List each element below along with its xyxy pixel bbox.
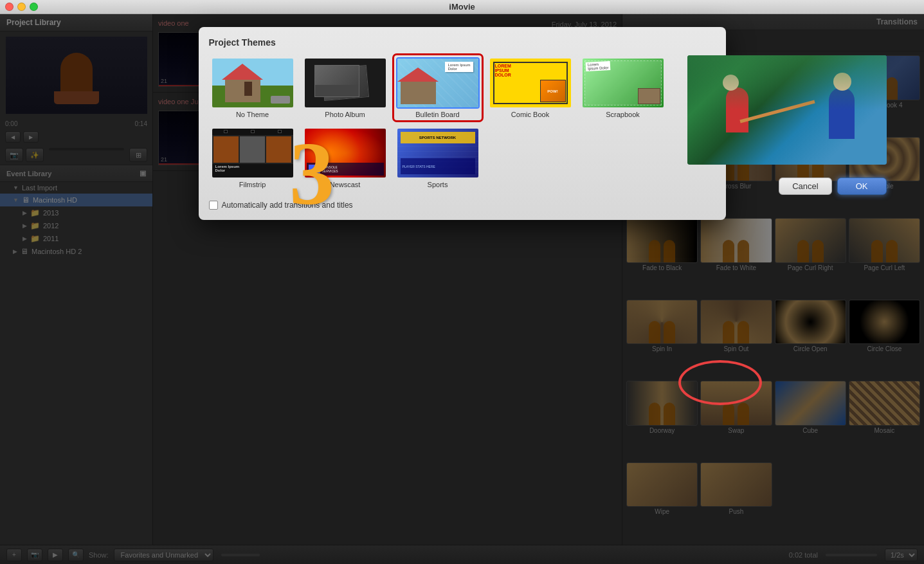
app-title: iMovie — [449, 2, 475, 12]
maximize-button[interactable] — [30, 3, 38, 11]
theme-comic-book[interactable]: LOREMIPSUMDOLOR POW! Comic Book — [487, 55, 574, 120]
comic-book-label: Comic Book — [511, 111, 549, 118]
theme-filmstrip[interactable]: Lorem IpsumDolor Filmstrip — [209, 125, 296, 190]
auto-transitions-row: Automatically add transitions and titles — [209, 201, 667, 210]
modal-right: Cancel OK — [687, 55, 887, 210]
photo-album-thumb: LoremIpsum — [303, 57, 387, 109]
filmstrip-thumb: Lorem IpsumDolor — [211, 127, 294, 179]
filmstrip-label: Filmstrip — [239, 181, 266, 188]
modal-left: No Theme LoremIpsum — [209, 55, 667, 210]
scrapbook-thumb: LoremIpsum Dolor — [581, 57, 665, 109]
no-theme-thumb — [211, 57, 294, 109]
close-button[interactable] — [5, 3, 14, 11]
modal-overlay: Project Themes — [0, 14, 924, 564]
bulletin-board-thumb: Lorem IpsumDolor — [396, 57, 480, 109]
modal-buttons: Cancel OK — [687, 177, 887, 195]
no-theme-label: No Theme — [236, 111, 269, 118]
theme-photo-album[interactable]: LoremIpsum Photo Album — [302, 55, 389, 120]
theme-sports[interactable]: SPORTS NETWORK PLAYER STATS HERE Sports — [394, 125, 482, 190]
modal-content: No Theme LoremIpsum — [209, 55, 716, 210]
ok-button[interactable]: OK — [837, 177, 887, 195]
modal-title: Project Themes — [209, 37, 716, 48]
newscast-thumb: CONSOLESERVICES — [303, 127, 387, 179]
sports-label: Sports — [428, 181, 448, 188]
scrapbook-theme-label: Scrapbook — [606, 111, 640, 118]
titlebar: iMovie — [0, 0, 924, 14]
auto-transitions-checkbox[interactable] — [209, 201, 218, 210]
photo-album-label: Photo Album — [325, 111, 365, 118]
traffic-lights — [5, 3, 38, 11]
auto-transitions-label: Automatically add transitions and titles — [222, 201, 353, 210]
sports-thumb: SPORTS NETWORK PLAYER STATS HERE — [396, 127, 480, 179]
themes-grid: No Theme LoremIpsum — [209, 55, 667, 190]
theme-newscast[interactable]: CONSOLESERVICES Newscast — [302, 125, 389, 190]
theme-bulletin-board[interactable]: Lorem IpsumDolor Bulletin Board — [394, 55, 482, 120]
newscast-label: Newscast — [330, 181, 361, 188]
comic-book-thumb: LOREMIPSUMDOLOR POW! — [489, 57, 572, 109]
cancel-button[interactable]: Cancel — [779, 177, 831, 195]
minimize-button[interactable] — [17, 3, 26, 11]
theme-scrapbook[interactable]: LoremIpsum Dolor Scrapbook — [579, 55, 667, 120]
preview-image — [687, 55, 887, 165]
theme-no-theme[interactable]: No Theme — [209, 55, 296, 120]
project-themes-modal: Project Themes — [199, 27, 726, 220]
bulletin-board-label: Bulletin Board — [415, 111, 460, 118]
